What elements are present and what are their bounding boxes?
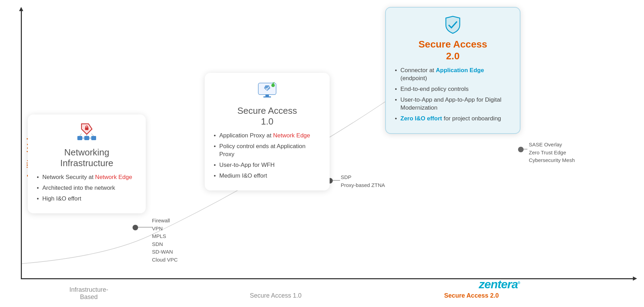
dot-3 bbox=[518, 147, 524, 152]
card3-bullet-3: User-to-App and App-to-App for Digital M… bbox=[395, 96, 511, 112]
card3-title: Secure Access2.0 bbox=[395, 39, 511, 62]
y-axis bbox=[21, 10, 22, 279]
svg-rect-14 bbox=[265, 94, 269, 96]
svg-rect-6 bbox=[91, 136, 96, 140]
card1-bullet-3: High I&O effort bbox=[37, 195, 137, 203]
card2-bullet-4: Medium I&O effort bbox=[214, 172, 321, 180]
card2-bullet-3: User-to-App for WFH bbox=[214, 161, 321, 169]
ann1-line4: SDN bbox=[152, 240, 178, 248]
card2-title: Secure Access1.0 bbox=[214, 105, 321, 127]
ann3-line3: Cybersecurity Mesh bbox=[529, 156, 575, 164]
svg-line-11 bbox=[91, 134, 94, 136]
ann1-line1: Firewall bbox=[152, 217, 178, 225]
card3-icon bbox=[395, 15, 511, 36]
annotation-2: SDP Proxy-based ZTNA bbox=[341, 173, 385, 189]
annotation-3: SASE Overlay Zero Trust Edge Cybersecuri… bbox=[529, 141, 575, 164]
card1-icon bbox=[37, 122, 137, 144]
x-axis bbox=[21, 278, 634, 279]
x-label-1: Infrastructure-Based bbox=[69, 286, 108, 301]
card-secure-access-2: Secure Access2.0 Connector at Applicatio… bbox=[385, 7, 520, 134]
chart-container: Agility / Value bbox=[0, 0, 644, 307]
card1-title: NetworkingInfrastructure bbox=[37, 147, 137, 169]
svg-rect-5 bbox=[84, 136, 89, 140]
svg-rect-3 bbox=[85, 127, 88, 130]
card-secure-access-1: Secure Access1.0 Application Proxy at Ne… bbox=[205, 73, 330, 190]
card3-bullet-1: Connector at Application Edge (endpoint) bbox=[395, 67, 511, 83]
ann1-line2: VPN bbox=[152, 225, 178, 233]
dot-1 bbox=[133, 225, 138, 230]
card1-bullet-1: Network Security at Network Edge bbox=[37, 173, 137, 181]
card3-bullets: Connector at Application Edge (endpoint)… bbox=[395, 67, 511, 123]
zentera-logo: zentera® bbox=[479, 278, 520, 291]
card1-bullet-2: Architected into the network bbox=[37, 184, 137, 192]
ann1-line5: SD-WAN bbox=[152, 248, 178, 256]
card-networking-infrastructure: NetworkingInfrastructure Network Securit… bbox=[28, 114, 146, 213]
card3-bullet-4: Zero I&O effort for project onboarding bbox=[395, 115, 511, 123]
ann2-line1: SDP bbox=[341, 173, 385, 181]
card2-bullet-2: Policy control ends at Application Proxy bbox=[214, 143, 321, 159]
card3-bullet-2: End-to-end policy controls bbox=[395, 85, 511, 93]
card2-bullets: Application Proxy at Network Edge Policy… bbox=[214, 132, 321, 180]
ann3-line2: Zero Trust Edge bbox=[529, 149, 575, 157]
svg-line-10 bbox=[80, 134, 82, 136]
card1-bullets: Network Security at Network Edge Archite… bbox=[37, 173, 137, 203]
svg-rect-15 bbox=[263, 96, 271, 97]
ann1-line3: MPLS bbox=[152, 232, 178, 240]
ann2-line2: Proxy-based ZTNA bbox=[341, 181, 385, 189]
ann1-line6: Cloud VPC bbox=[152, 256, 178, 264]
svg-point-16 bbox=[271, 84, 275, 87]
annotation-1: Firewall VPN MPLS SDN SD-WAN Cloud VPC bbox=[152, 217, 178, 264]
card2-icon bbox=[214, 80, 321, 103]
card2-bullet-1: Application Proxy at Network Edge bbox=[214, 132, 321, 140]
x-label-2: Secure Access 1.0 bbox=[250, 292, 302, 299]
svg-rect-4 bbox=[77, 136, 82, 140]
x-label-3: Secure Access 2.0 bbox=[444, 292, 499, 299]
ann3-line1: SASE Overlay bbox=[529, 141, 575, 149]
